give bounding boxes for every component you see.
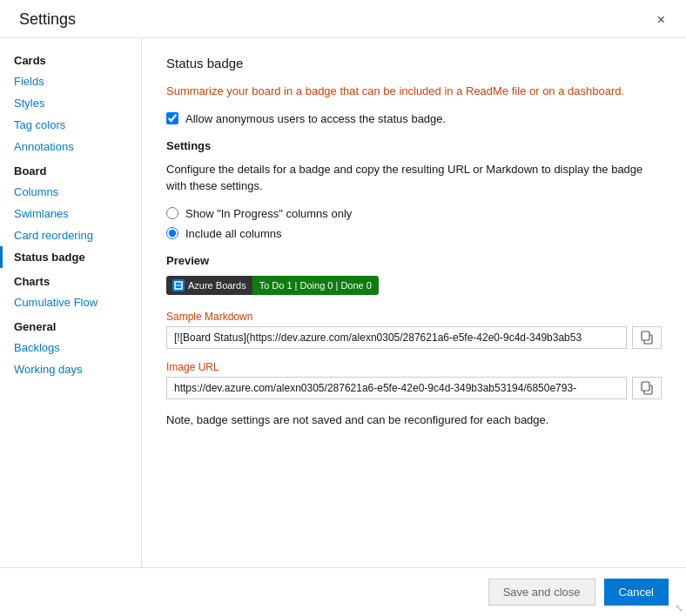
sidebar-item-card-reordering[interactable]: Card reordering	[0, 224, 141, 246]
sidebar-item-status-badge[interactable]: Status badge	[0, 246, 141, 268]
modal-body: Cards Fields Styles Tag colors Annotatio…	[0, 38, 686, 567]
svg-rect-3	[642, 331, 649, 340]
sample-markdown-input[interactable]	[166, 326, 627, 349]
anonymous-access-row: Allow anonymous users to access the stat…	[166, 112, 662, 125]
radio-group: Show "In Progress" columns only Include …	[166, 207, 662, 240]
sidebar-item-annotations[interactable]: Annotations	[0, 136, 141, 157]
main-content: Status badge Summarize your board in a b…	[142, 38, 686, 567]
configure-text: Configure the details for a badge and co…	[166, 161, 662, 195]
radio-all-columns[interactable]	[166, 227, 178, 239]
radio-all-columns-row: Include all columns	[166, 227, 662, 240]
sidebar-item-tag-colors[interactable]: Tag colors	[0, 114, 141, 136]
radio-in-progress-row: Show "In Progress" columns only	[166, 207, 662, 220]
close-button[interactable]: ×	[652, 11, 670, 29]
save-and-close-button[interactable]: Save and close	[488, 579, 595, 606]
modal-footer: Save and close Cancel	[0, 567, 686, 616]
cancel-button[interactable]: Cancel	[604, 579, 669, 606]
azure-boards-icon	[172, 279, 185, 291]
sidebar-group-cards: Cards	[0, 47, 141, 70]
sidebar-item-columns[interactable]: Columns	[0, 181, 141, 203]
sidebar-item-cumulative-flow[interactable]: Cumulative Flow	[0, 291, 141, 313]
settings-subtitle: Settings	[166, 139, 662, 152]
sidebar-item-backlogs[interactable]: Backlogs	[0, 337, 141, 358]
svg-rect-5	[642, 382, 649, 391]
copy-markdown-button[interactable]	[632, 326, 662, 349]
badge-preview: Azure Boards To Do 1 | Doing 0 | Done 0	[166, 276, 379, 295]
sample-markdown-label: Sample Markdown	[166, 311, 662, 323]
sidebar-item-styles[interactable]: Styles	[0, 92, 141, 114]
sidebar-group-charts: Charts	[0, 268, 141, 291]
modal-title: Settings	[19, 10, 76, 29]
sidebar-item-fields[interactable]: Fields	[0, 70, 141, 92]
badge-stats: To Do 1 | Doing 0 | Done 0	[252, 276, 379, 295]
settings-modal: Settings × Cards Fields Styles Tag color…	[0, 0, 686, 616]
sidebar: Cards Fields Styles Tag colors Annotatio…	[0, 38, 142, 567]
info-text: Summarize your board in a badge that can…	[166, 83, 662, 100]
radio-all-columns-label: Include all columns	[185, 227, 282, 240]
note-text: Note, badge settings are not saved and c…	[166, 412, 662, 429]
image-url-input[interactable]	[166, 377, 627, 399]
sidebar-group-board: Board	[0, 157, 141, 181]
image-url-label: Image URL	[166, 361, 662, 373]
sidebar-group-general: General	[0, 313, 141, 337]
anonymous-access-label: Allow anonymous users to access the stat…	[185, 112, 446, 125]
section-title: Status badge	[166, 56, 662, 70]
anonymous-access-checkbox[interactable]	[166, 112, 178, 124]
preview-subtitle: Preview	[166, 254, 662, 267]
resize-handle: ⤡	[675, 603, 683, 613]
copy-url-button[interactable]	[632, 377, 662, 399]
sample-markdown-row	[166, 326, 662, 349]
sidebar-item-swimlanes[interactable]: Swimlanes	[0, 203, 141, 224]
radio-in-progress[interactable]	[166, 207, 178, 219]
badge-logo-text: Azure Boards	[188, 280, 246, 291]
sidebar-item-working-days[interactable]: Working days	[0, 358, 141, 380]
badge-logo: Azure Boards	[166, 276, 252, 295]
modal-header: Settings ×	[0, 0, 686, 38]
image-url-row	[166, 377, 662, 399]
radio-in-progress-label: Show "In Progress" columns only	[185, 207, 352, 220]
